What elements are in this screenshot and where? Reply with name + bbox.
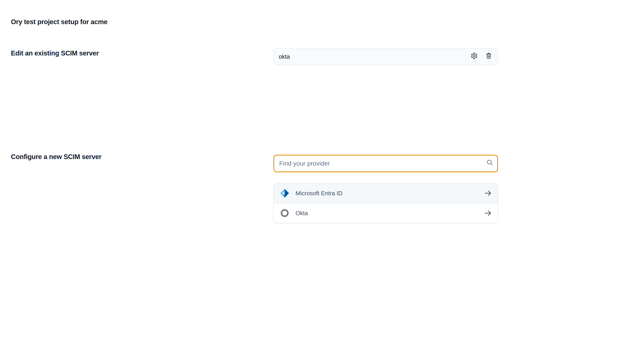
trash-icon bbox=[485, 52, 492, 61]
page-title: Ory test project setup for acme bbox=[11, 18, 108, 26]
provider-row-okta[interactable]: Okta bbox=[274, 203, 498, 223]
provider-search bbox=[273, 155, 498, 172]
find-provider-input[interactable] bbox=[273, 155, 498, 172]
server-actions bbox=[470, 52, 498, 61]
microsoft-entra-id-logo bbox=[280, 188, 290, 198]
arrow-right-icon bbox=[484, 189, 492, 197]
scim-server-name: okta bbox=[274, 53, 470, 60]
existing-scim-server-card: okta bbox=[273, 48, 498, 65]
provider-label: Okta bbox=[296, 210, 484, 217]
scim-setup-page: Ory test project setup for acme Edit an … bbox=[0, 0, 644, 362]
okta-logo bbox=[280, 208, 290, 218]
provider-list: Microsoft Entra ID bbox=[273, 183, 498, 223]
arrow-right-icon bbox=[484, 209, 492, 217]
gear-icon bbox=[470, 52, 478, 61]
provider-label: Microsoft Entra ID bbox=[296, 190, 484, 197]
provider-row-microsoft-entra-id[interactable]: Microsoft Entra ID bbox=[274, 184, 498, 203]
delete-server-button[interactable] bbox=[485, 52, 492, 61]
configure-server-button[interactable] bbox=[470, 52, 478, 61]
edit-scim-heading: Edit an existing SCIM server bbox=[11, 49, 99, 57]
configure-scim-heading: Configure a new SCIM server bbox=[11, 153, 102, 161]
